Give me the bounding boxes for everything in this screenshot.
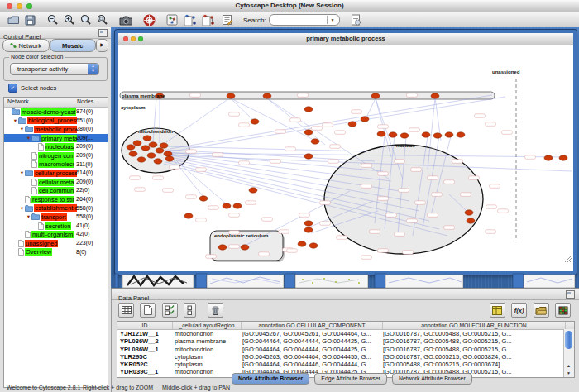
tab-mosaic[interactable]: Mosaic [50, 39, 97, 52]
expander-icon[interactable]: ▼ [26, 136, 31, 141]
network-node[interactable] [199, 196, 208, 201]
search-dropdown-icon[interactable]: ▼ [327, 16, 338, 24]
network-node[interactable] [304, 221, 313, 226]
network-node[interactable] [371, 93, 380, 98]
network-node[interactable] [164, 151, 172, 156]
expander-icon[interactable]: ▼ [26, 214, 31, 219]
table-row[interactable]: YPL036W__2plasma membrane[GO:0044464, GO… [117, 337, 574, 345]
table-cell[interactable]: plasma membrane [172, 337, 240, 345]
network-node[interactable] [160, 143, 168, 148]
attribute-heatmap-icon[interactable] [555, 303, 571, 318]
tab-network-attribute-browser[interactable]: Network Attribute Browser [392, 373, 472, 385]
table-cell[interactable]: cytoplasm [172, 361, 240, 368]
table-cell[interactable]: [GO:0016787, GO:0005488, GO:0005215, G..… [380, 337, 562, 345]
network-node[interactable] [263, 93, 271, 98]
import-attributes-icon[interactable] [534, 303, 549, 318]
new-attribute-icon[interactable] [140, 303, 156, 318]
network-window-titlebar[interactable]: primary metabolic process [118, 33, 573, 45]
table-cell[interactable]: YJR121W__1 [117, 330, 172, 337]
node-color-combo[interactable]: transporter activity ▲▼ [10, 63, 99, 75]
table-cell[interactable]: [GO:0005488, GO:0005215, GO:0003674] [380, 361, 562, 368]
search-input[interactable] [273, 15, 326, 26]
open-icon[interactable] [7, 13, 20, 26]
column-header[interactable]: _cellularLayoutRegion [173, 322, 242, 329]
table-row[interactable]: YPL036W__1mitochondrion[GO:0044464, GO:0… [117, 346, 574, 353]
network-canvas-svg[interactable]: plasma membranecytoplasmmitochondrionnuc… [118, 45, 573, 265]
tree-row[interactable]: ▼biological_process651(0) [4, 117, 108, 126]
network-node[interactable] [559, 155, 567, 160]
network-node[interactable] [311, 139, 319, 144]
network-node[interactable] [389, 132, 397, 137]
table-cell[interactable]: YPL036W__1 [117, 346, 172, 353]
unselect-attributes-icon[interactable] [184, 303, 196, 318]
snapshot-icon[interactable] [119, 13, 132, 26]
table-cell[interactable]: [GO:0016787, GO:0005488, GO:0005215, G..… [380, 346, 562, 353]
attribute-matrix-icon[interactable] [490, 303, 505, 318]
layout-red-icon[interactable] [202, 13, 215, 26]
expander-icon[interactable]: ▼ [19, 127, 25, 131]
network-node[interactable] [147, 153, 156, 158]
network-node[interactable] [249, 188, 257, 193]
layout-blue-icon[interactable] [184, 13, 197, 26]
network-node[interactable] [445, 132, 453, 137]
zoom-in-icon[interactable] [63, 13, 76, 26]
network-node[interactable] [467, 218, 475, 223]
table-cell[interactable]: [GO:0016787, GO:0005488, GO:0005215, G..… [380, 330, 562, 337]
network-node[interactable] [348, 122, 356, 127]
network-node[interactable] [223, 203, 231, 208]
network-node[interactable] [433, 133, 442, 138]
tree-row[interactable]: ▼metabolic process280(0) [4, 125, 108, 134]
tree-row[interactable]: ▼primary metabo209(... [4, 134, 108, 143]
table-cell[interactable]: [GO:0045267, GO:0045261, GO:0044464, G..… [240, 330, 380, 337]
tree-row[interactable]: nitrogen compo209(0) [4, 151, 108, 160]
network-node[interactable] [154, 159, 162, 164]
table-cell[interactable]: YDR039C__1 [117, 368, 172, 375]
column-header[interactable]: annotation.GO MOLECULAR_FUNCTION [383, 322, 566, 329]
network-node[interactable] [184, 213, 193, 218]
network-zoom-button[interactable] [138, 36, 143, 41]
column-header[interactable]: annotation.GO CELLULAR_COMPONENT [242, 322, 383, 329]
scroll-down-icon[interactable]: ▼ [564, 370, 573, 377]
table-scrollbar[interactable]: ▲ ▼ [563, 329, 574, 377]
tree-row[interactable]: ▼cellular process614(0) [4, 169, 108, 178]
tree-row[interactable]: secretion41(0) [4, 222, 108, 231]
table-cell[interactable]: YLR295C [117, 353, 172, 361]
annotation-icon[interactable] [220, 13, 233, 26]
zoom-window-button[interactable] [26, 3, 32, 9]
select-nodes-checkbox[interactable]: ✓ [8, 84, 17, 93]
network-node[interactable] [165, 156, 174, 161]
float-panel-icon[interactable] [98, 29, 108, 37]
network-node[interactable] [233, 203, 242, 208]
network-node[interactable] [129, 151, 137, 156]
network-node[interactable] [304, 227, 313, 232]
table-cell[interactable]: cytoplasm [172, 353, 240, 361]
network-node[interactable] [309, 243, 318, 248]
expander-icon[interactable]: ▼ [19, 206, 25, 211]
network-node[interactable] [127, 145, 135, 150]
table-cell[interactable]: [GO:0044464, GO:0044444, GO:0044425, G..… [240, 337, 380, 345]
network-node[interactable] [227, 93, 235, 98]
network-node[interactable] [465, 210, 473, 215]
network-node[interactable] [400, 133, 409, 138]
zoom-fit-icon[interactable] [96, 13, 109, 26]
tree-row[interactable]: cell communicat22(0) [4, 186, 108, 195]
help-icon[interactable] [142, 13, 156, 26]
network-node[interactable] [431, 93, 439, 98]
zoom-out-icon[interactable] [46, 13, 60, 26]
network-node[interactable] [143, 136, 151, 141]
network-canvas[interactable]: plasma membranecytoplasmmitochondrionnuc… [118, 45, 573, 265]
tree-row[interactable]: cellular metabo209(0) [4, 178, 108, 187]
minimize-button[interactable] [17, 3, 22, 9]
zoom-selected-icon[interactable] [79, 13, 93, 26]
float-data-panel-icon[interactable] [566, 290, 575, 299]
network-node[interactable] [304, 107, 313, 112]
network-node[interactable] [141, 146, 150, 151]
tab-network[interactable]: Network [2, 39, 50, 52]
tree-row[interactable]: mosaic-demo-yeast874(0) [4, 108, 108, 117]
tree-row[interactable]: multi-organism pro42(0) [4, 230, 108, 239]
network-node[interactable] [137, 157, 146, 162]
network-node[interactable] [298, 241, 306, 246]
tab-node-attribute-browser[interactable]: Node Attribute Browser [232, 373, 309, 385]
expander-icon[interactable]: ▼ [12, 118, 18, 123]
table-cell[interactable]: [GO:0045263, GO:0044464, GO:0044455, G..… [240, 353, 380, 361]
